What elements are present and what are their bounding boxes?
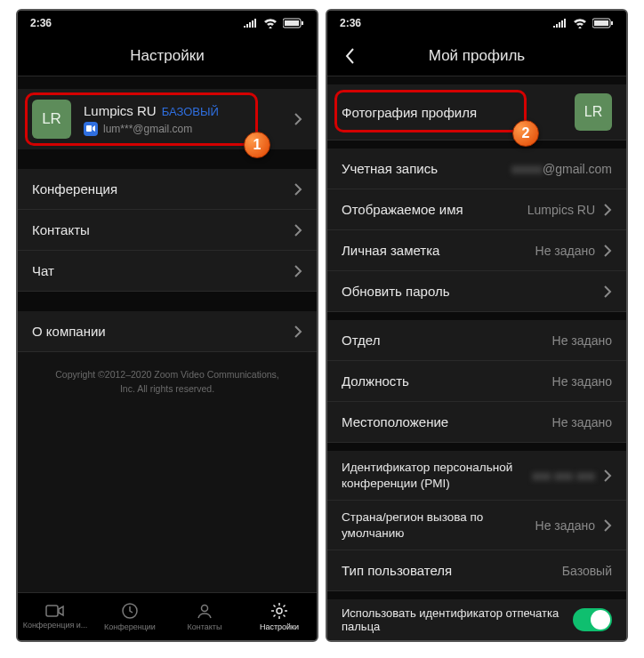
phone-left: 2:36 Настройки LR Lumpics RUБАЗОВЫЙ lum*… — [16, 9, 318, 642]
page-title: Настройки — [130, 47, 204, 65]
svg-point-6 — [202, 606, 208, 612]
plan-badge: БАЗОВЫЙ — [162, 105, 219, 118]
row-fingerprint[interactable]: Использовать идентификатор отпечатка пал… — [327, 599, 626, 640]
svg-rect-2 — [302, 21, 303, 25]
svg-rect-10 — [611, 21, 613, 25]
row-note[interactable]: Личная заметка Не задано — [327, 230, 626, 271]
row-account[interactable]: Учетная запись xxxxx@gmail.com — [327, 148, 626, 189]
marker-2: 2 — [512, 120, 539, 147]
signal-icon — [553, 19, 568, 28]
row-password[interactable]: Обновить пароль — [327, 271, 626, 312]
contacts-icon — [196, 602, 213, 620]
profile-name: Lumpics RUБАЗОВЫЙ — [84, 103, 294, 118]
avatar: LR — [575, 93, 612, 131]
phone-right: 2:36 Мой профиль Фотография профиля LR 2… — [326, 9, 628, 642]
chevron-right-icon — [604, 519, 612, 532]
chevron-right-icon — [294, 183, 302, 196]
gear-icon — [270, 602, 288, 620]
svg-rect-3 — [86, 125, 92, 132]
svg-rect-1 — [285, 20, 299, 26]
chevron-right-icon — [294, 325, 302, 338]
row-conference[interactable]: Конференция — [18, 169, 317, 210]
row-job-title[interactable]: Должность Не задано — [327, 361, 626, 402]
title-bar: Настройки — [18, 36, 317, 76]
row-chat[interactable]: Чат — [18, 251, 317, 292]
nav-conferences[interactable]: Конференции — [93, 593, 167, 640]
nav-meet[interactable]: Конференция и... — [18, 593, 93, 640]
row-user-type[interactable]: Тип пользователя Базовый — [327, 550, 626, 591]
row-profile-photo[interactable]: Фотография профиля LR 2 — [327, 84, 626, 140]
battery-icon — [283, 18, 304, 28]
row-about[interactable]: О компании — [18, 311, 317, 352]
row-display-name[interactable]: Отображаемое имя Lumpics RU — [327, 189, 626, 230]
row-region[interactable]: Страна/регион вызова по умолчанию Не зад… — [327, 501, 626, 550]
profile-row[interactable]: LR Lumpics RUБАЗОВЫЙ lum***@gmail.com 1 — [18, 89, 317, 149]
video-icon — [45, 604, 65, 618]
status-bar: 2:36 — [18, 11, 317, 36]
wifi-icon — [263, 18, 278, 28]
chevron-right-icon — [294, 265, 302, 277]
wifi-icon — [573, 18, 587, 28]
row-location[interactable]: Местоположение Не задано — [327, 402, 626, 443]
chevron-right-icon — [604, 245, 612, 257]
chevron-left-icon — [345, 48, 355, 64]
avatar: LR — [32, 100, 71, 139]
bottom-nav: Конференция и... Конференции Контакты На… — [18, 592, 317, 640]
nav-contacts[interactable]: Контакты — [167, 593, 242, 640]
row-pmi[interactable]: Идентификатор персональной конференции (… — [327, 451, 626, 501]
clock-icon — [121, 602, 139, 620]
copyright-text: Copyright ©2012–2020 Zoom Video Communic… — [18, 352, 317, 413]
svg-rect-9 — [594, 20, 608, 26]
title-bar: Мой профиль — [327, 36, 626, 76]
signal-icon — [244, 19, 258, 28]
nav-settings[interactable]: Настройки — [242, 593, 317, 640]
zoom-icon — [84, 122, 98, 136]
back-button[interactable] — [333, 36, 366, 76]
chevron-right-icon — [294, 113, 302, 125]
row-dept[interactable]: Отдел Не задано — [327, 320, 626, 361]
chevron-right-icon — [294, 224, 302, 237]
toggle-fingerprint[interactable] — [573, 608, 612, 631]
marker-1: 1 — [244, 132, 270, 158]
svg-rect-4 — [46, 606, 58, 616]
chevron-right-icon — [604, 204, 612, 216]
row-contacts[interactable]: Контакты — [18, 210, 317, 251]
svg-point-7 — [277, 608, 282, 614]
chevron-right-icon — [604, 285, 612, 298]
status-bar: 2:36 — [327, 11, 626, 36]
chevron-right-icon — [604, 469, 612, 482]
page-title: Мой профиль — [429, 47, 525, 65]
status-time: 2:36 — [340, 17, 361, 29]
status-time: 2:36 — [30, 17, 52, 29]
battery-icon — [592, 18, 614, 28]
